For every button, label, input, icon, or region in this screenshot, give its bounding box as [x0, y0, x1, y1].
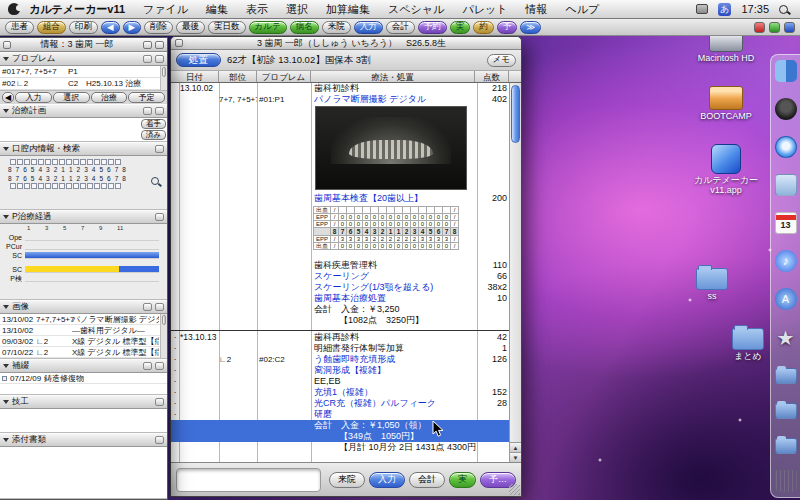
menubar-menu-8[interactable]: ヘルプ	[556, 2, 608, 17]
palette-title-bar[interactable]: 情報：3 歯周 一郎	[0, 38, 167, 52]
scroll-down-icon[interactable]: ▼	[510, 452, 521, 462]
section-mini-button[interactable]	[155, 362, 164, 370]
resize-grip[interactable]	[509, 484, 520, 495]
toolbar-button-13[interactable]: 予約	[418, 21, 447, 34]
disclosure-triangle-icon[interactable]	[3, 438, 9, 442]
problem-button-3[interactable]: 治療	[91, 92, 128, 103]
karte-line[interactable]: ・EE,EB	[171, 376, 509, 387]
entry-input[interactable]	[176, 468, 321, 492]
lower-tooth-box[interactable]	[59, 183, 65, 189]
lower-tooth-box[interactable]	[94, 183, 100, 189]
toolbar-button-8[interactable]: カルテ	[249, 21, 287, 34]
section-mini-button[interactable]	[155, 398, 164, 406]
section-mini-button[interactable]	[155, 55, 164, 63]
menu-clock[interactable]: 17:35	[741, 3, 769, 15]
karte-line[interactable]: ・∟2#02:C2う蝕歯即時充填形成126	[171, 354, 509, 365]
lower-tooth-box[interactable]	[31, 183, 37, 189]
lower-tooth-box[interactable]	[108, 183, 114, 189]
toolbar-button-11[interactable]: 入力	[354, 21, 383, 34]
section-mini-button[interactable]	[155, 213, 164, 221]
problem-button-0[interactable]: ◀	[2, 92, 14, 103]
karte-footer-button-1[interactable]: 入力	[369, 472, 405, 488]
disclosure-triangle-icon[interactable]	[3, 215, 9, 219]
section-header-attachments[interactable]: 添付書類	[0, 433, 167, 447]
appstore-dock-icon[interactable]: A	[775, 288, 797, 310]
section-header-prosthesis[interactable]: 補綴	[0, 359, 167, 373]
menubar-menu-5[interactable]: スペシャル	[379, 2, 453, 17]
scrollbar-thumb[interactable]	[162, 315, 166, 325]
prosthesis-list[interactable]: 07/12/09鋳造修復物	[0, 373, 167, 395]
karte-line[interactable]: ・窩洞形成【複雑】	[171, 365, 509, 376]
karte-line[interactable]: スケーリング66	[171, 271, 509, 282]
image-row[interactable]: 13/10/027+7,7+5+7パノラマ断層撮影 デジタル	[0, 314, 167, 325]
problem-row[interactable]: #017+7, 7+5+7P1	[0, 66, 167, 78]
image-row[interactable]: 07/10/22∟2X線 デジタル 標準型【症―】	[0, 347, 167, 358]
toolbar-button-9[interactable]: 病名	[290, 21, 319, 34]
karte-line[interactable]: 会計 入金：￥3,250	[171, 304, 509, 315]
dashboard-dock-icon[interactable]	[775, 98, 797, 120]
memo-button[interactable]: メモ	[487, 54, 516, 67]
karte-footer-button-2[interactable]: 会計	[409, 472, 445, 488]
image-row[interactable]: 13/10/02―歯科用デジタル―	[0, 325, 167, 336]
toolbar-button-6[interactable]: 最後	[176, 21, 205, 34]
menubar-menu-7[interactable]: 情報	[516, 2, 556, 17]
apple-menu-icon[interactable]	[8, 3, 20, 15]
karte-line[interactable]: ・充填1（複雑）152	[171, 387, 509, 398]
desktop-icon-2[interactable]: カルテメーカーv11.app	[688, 144, 764, 196]
karte-line[interactable]: ・光CR充（複雑）パルフィーク28	[171, 398, 509, 409]
desktop-icon-3[interactable]: ss	[686, 268, 738, 302]
disclosure-triangle-icon[interactable]	[3, 364, 9, 368]
mail-dock-icon[interactable]	[775, 174, 797, 196]
section-mini-button[interactable]	[143, 362, 152, 370]
itunes-dock-icon[interactable]: ♪	[775, 250, 797, 272]
section-header-plan[interactable]: 治療計画	[0, 104, 167, 118]
lower-tooth-box[interactable]	[38, 183, 44, 189]
display-icon[interactable]	[696, 4, 708, 14]
karte-title-bar[interactable]: 3 歯周 一郎（ししゅう いちろう） S26.5.8生	[171, 37, 521, 50]
desktop-icon-1[interactable]: BOOTCAMP	[694, 86, 758, 122]
palette-widget-icon[interactable]	[155, 41, 164, 49]
folder-dock-icon[interactable]	[775, 403, 797, 419]
karte-line[interactable]: 歯周基本治療処置10	[171, 293, 509, 304]
karte-line[interactable]: 【1082点 3250円】	[171, 315, 509, 326]
scrollbar-thumb[interactable]	[162, 67, 166, 77]
tooth-chart[interactable]: 8 7 6 5 4 3 2 1 1 2 3 4 5 6 7 8 8 7 6 5 …	[0, 156, 167, 210]
karte-line[interactable]: 会計 入金：￥1,050（領）	[171, 420, 509, 431]
image-list[interactable]: 13/10/027+7,7+5+7パノラマ断層撮影 デジタル13/10/02―歯…	[0, 314, 167, 359]
vertical-scrollbar[interactable]: ▲ ▼	[509, 83, 521, 462]
lower-tooth-box[interactable]	[24, 183, 30, 189]
lower-tooth-box[interactable]	[115, 183, 121, 189]
section-header-images[interactable]: 画像	[0, 300, 167, 314]
karte-line[interactable]: 歯科疾患管理料110	[171, 260, 509, 271]
close-icon[interactable]	[3, 41, 11, 49]
toolbar-button-15[interactable]: 約	[473, 21, 494, 34]
section-mini-button[interactable]	[143, 55, 152, 63]
menubar-menu-4[interactable]: 加算編集	[317, 2, 379, 17]
dock[interactable]: 13♪A★	[770, 54, 800, 498]
toolbar-status-green-button[interactable]	[769, 22, 780, 33]
lower-tooth-box[interactable]	[10, 183, 16, 189]
problem-list[interactable]: #017+7, 7+5+7P1#02∟2C2H25.10.13 治療	[0, 66, 167, 91]
disclosure-triangle-icon[interactable]	[3, 109, 9, 113]
karte-line[interactable]: ・研磨	[171, 409, 509, 420]
toolbar-button-7[interactable]: 実日数	[208, 21, 246, 34]
lower-tooth-box[interactable]	[101, 183, 107, 189]
toolbar-button-12[interactable]: 会計	[386, 21, 415, 34]
section-mini-button[interactable]	[155, 436, 164, 444]
toolbar-button-10[interactable]: 来院	[322, 21, 351, 34]
plan-list[interactable]: 着手済み	[0, 118, 167, 142]
toolbar-button-17[interactable]: ≫	[520, 21, 541, 34]
prosthesis-row[interactable]: 07/12/09鋳造修復物	[0, 373, 167, 384]
section-header-oral[interactable]: 口腔内情報・検索	[0, 142, 167, 156]
lower-tooth-box[interactable]	[17, 183, 23, 189]
mini-scrollbar[interactable]	[160, 314, 167, 358]
mini-scrollbar[interactable]	[160, 66, 167, 90]
karte-line[interactable]: 【月計 10月分 2日 1431点 4300円】	[171, 442, 509, 453]
disclosure-triangle-icon[interactable]	[3, 305, 9, 309]
trash-dock-icon[interactable]	[775, 470, 797, 492]
disclosure-triangle-icon[interactable]	[3, 147, 9, 151]
karte-line[interactable]: スケーリング(1/3顎を超える)38x2	[171, 282, 509, 293]
safari-dock-icon[interactable]	[775, 136, 797, 158]
problem-row[interactable]: #02∟2C2H25.10.13 治療	[0, 78, 167, 90]
folder-dock-icon[interactable]	[775, 438, 797, 454]
